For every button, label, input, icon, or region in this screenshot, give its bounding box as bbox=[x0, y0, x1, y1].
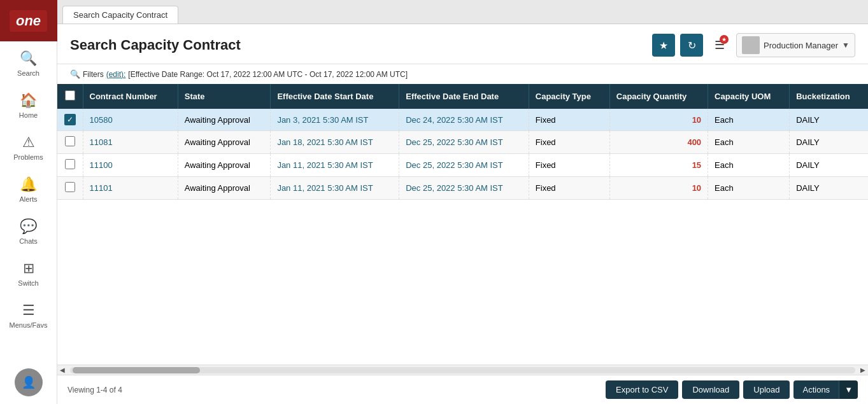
scroll-track[interactable] bbox=[70, 367, 855, 373]
sidebar-item-search[interactable]: 🔍 Search bbox=[0, 41, 57, 83]
contract-number-link[interactable]: 11100 bbox=[90, 160, 113, 170]
cell-capacity-type: Fixed bbox=[529, 177, 609, 200]
footer: Viewing 1-4 of 4 Export to CSV Download … bbox=[57, 375, 868, 404]
table-row: ✓10580Awaiting ApprovalJan 3, 2021 5:30 … bbox=[57, 109, 868, 131]
contract-number-link[interactable]: 11101 bbox=[90, 183, 113, 193]
cell-effective-end: Dec 24, 2022 5:30 AM IST bbox=[399, 109, 529, 131]
sidebar-item-label: Search bbox=[17, 69, 39, 77]
menu-icon: ☰ bbox=[22, 302, 35, 319]
star-icon: ★ bbox=[659, 39, 668, 52]
table-row: 11100Awaiting ApprovalJan 11, 2021 5:30 … bbox=[57, 154, 868, 177]
cell-capacity-qty: 400 bbox=[609, 131, 708, 154]
footer-actions: Export to CSV Download Upload Actions ▼ bbox=[606, 380, 858, 399]
table-container[interactable]: Contract Number State Effective Date Sta… bbox=[57, 84, 868, 365]
row-checkbox[interactable] bbox=[65, 159, 75, 169]
cell-state: Awaiting Approval bbox=[178, 177, 271, 200]
cell-capacity-uom: Each bbox=[708, 131, 790, 154]
sidebar-item-switch[interactable]: ⊞ Switch bbox=[0, 251, 57, 293]
cell-effective-start: Jan 11, 2021 5:30 AM IST bbox=[271, 177, 399, 200]
sidebar-bottom: 👤 bbox=[0, 368, 57, 404]
actions-button[interactable]: Actions bbox=[793, 380, 839, 399]
header-state[interactable]: State bbox=[178, 84, 271, 109]
capacity-contract-table: Contract Number State Effective Date Sta… bbox=[57, 84, 868, 200]
favorite-button[interactable]: ★ bbox=[652, 34, 675, 57]
cell-bucketization: DAILY bbox=[790, 109, 868, 131]
filter-edit-link[interactable]: (edit): bbox=[106, 70, 126, 79]
cell-capacity-qty: 15 bbox=[609, 154, 708, 177]
scroll-thumb[interactable] bbox=[73, 367, 200, 373]
home-icon: 🏠 bbox=[20, 92, 37, 109]
cell-contract-number[interactable]: 11100 bbox=[83, 154, 178, 177]
header-capacity-uom[interactable]: Capacity UOM bbox=[708, 84, 790, 109]
scroll-left-arrow[interactable]: ◀ bbox=[57, 366, 68, 373]
chat-icon: 💬 bbox=[20, 218, 37, 235]
header-bucketization[interactable]: Bucketization bbox=[790, 84, 868, 109]
download-button[interactable]: Download bbox=[682, 380, 739, 399]
table-row: 11101Awaiting ApprovalJan 11, 2021 5:30 … bbox=[57, 177, 868, 200]
search-icon: 🔍 bbox=[20, 50, 37, 67]
sidebar: one 🔍 Search 🏠 Home ⚠ Problems 🔔 Alerts … bbox=[0, 0, 57, 404]
user-avatar[interactable]: 👤 bbox=[15, 368, 43, 396]
content-area: Search Capacity Contract ★ ↻ ☰ ★ Product… bbox=[57, 24, 868, 404]
cell-effective-start: Jan 3, 2021 5:30 AM IST bbox=[271, 109, 399, 131]
refresh-icon: ↻ bbox=[688, 39, 696, 52]
sidebar-item-menus[interactable]: ☰ Menus/Favs bbox=[0, 293, 57, 335]
sidebar-item-problems[interactable]: ⚠ Problems bbox=[0, 125, 57, 167]
cell-capacity-uom: Each bbox=[708, 109, 790, 131]
row-checkbox-checked[interactable]: ✓ bbox=[64, 114, 76, 125]
notification-button[interactable]: ☰ ★ bbox=[708, 34, 731, 57]
cell-capacity-uom: Each bbox=[708, 154, 790, 177]
tab-bar: Search Capacity Contract bbox=[57, 0, 868, 24]
cell-contract-number[interactable]: 10580 bbox=[83, 109, 178, 131]
cell-contract-number[interactable]: 11081 bbox=[83, 131, 178, 154]
header-effective-start[interactable]: Effective Date Start Date bbox=[271, 84, 399, 109]
table-body: ✓10580Awaiting ApprovalJan 3, 2021 5:30 … bbox=[57, 109, 868, 200]
app-logo[interactable]: one bbox=[0, 0, 57, 41]
header-checkbox[interactable] bbox=[57, 84, 83, 109]
sidebar-item-chats[interactable]: 💬 Chats bbox=[0, 209, 57, 251]
export-csv-button[interactable]: Export to CSV bbox=[606, 380, 678, 399]
table-header-row: Contract Number State Effective Date Sta… bbox=[57, 84, 868, 109]
cell-effective-end: Dec 25, 2022 5:30 AM IST bbox=[399, 154, 529, 177]
chevron-down-icon: ▼ bbox=[842, 41, 850, 50]
user-dropdown[interactable]: Production Manager ▼ bbox=[736, 33, 855, 57]
actions-dropdown-arrow[interactable]: ▼ bbox=[839, 380, 858, 399]
page-title: Search Capacity Contract bbox=[70, 37, 652, 53]
sidebar-item-alerts[interactable]: 🔔 Alerts bbox=[0, 167, 57, 209]
viewing-text: Viewing 1-4 of 4 bbox=[68, 386, 122, 394]
row-checkbox-cell[interactable]: ✓ bbox=[57, 109, 83, 131]
upload-button[interactable]: Upload bbox=[743, 380, 790, 399]
chevron-down-icon: ▼ bbox=[844, 385, 853, 394]
row-checkbox-cell[interactable] bbox=[57, 154, 83, 177]
cell-contract-number[interactable]: 11101 bbox=[83, 177, 178, 200]
cell-effective-start: Jan 18, 2021 5:30 AM IST bbox=[271, 131, 399, 154]
notification-badge: ★ bbox=[720, 35, 729, 44]
header-capacity-qty[interactable]: Capacity Quantity bbox=[609, 84, 708, 109]
filter-bar: 🔍 Filters (edit): [Effective Date Range:… bbox=[57, 64, 868, 84]
contract-number-link[interactable]: 10580 bbox=[90, 115, 113, 125]
cell-effective-end: Dec 25, 2022 5:30 AM IST bbox=[399, 131, 529, 154]
header-effective-end[interactable]: Effective Date End Date bbox=[399, 84, 529, 109]
user-avatar-small bbox=[742, 36, 760, 54]
tab-search-capacity-contract[interactable]: Search Capacity Contract bbox=[62, 6, 178, 24]
contract-number-link[interactable]: 11081 bbox=[90, 137, 113, 147]
filter-text: [Effective Date Range: Oct 17, 2022 12:0… bbox=[128, 70, 408, 79]
select-all-checkbox[interactable] bbox=[65, 90, 75, 101]
page-header: Search Capacity Contract ★ ↻ ☰ ★ Product… bbox=[57, 24, 868, 64]
horizontal-scrollbar[interactable]: ◀ ▶ bbox=[57, 365, 868, 375]
refresh-button[interactable]: ↻ bbox=[680, 34, 703, 57]
row-checkbox-cell[interactable] bbox=[57, 131, 83, 154]
cell-capacity-type: Fixed bbox=[529, 131, 609, 154]
header-capacity-type[interactable]: Capacity Type bbox=[529, 84, 609, 109]
sidebar-item-label: Switch bbox=[18, 279, 38, 287]
scroll-right-arrow[interactable]: ▶ bbox=[858, 366, 868, 373]
sidebar-item-home[interactable]: 🏠 Home bbox=[0, 83, 57, 125]
header-contract-number[interactable]: Contract Number bbox=[83, 84, 178, 109]
sidebar-item-label: Home bbox=[19, 111, 38, 119]
cell-effective-end: Dec 25, 2022 5:30 AM IST bbox=[399, 177, 529, 200]
row-checkbox[interactable] bbox=[65, 182, 75, 192]
row-checkbox-cell[interactable] bbox=[57, 177, 83, 200]
table-row: 11081Awaiting ApprovalJan 18, 2021 5:30 … bbox=[57, 131, 868, 154]
cell-state: Awaiting Approval bbox=[178, 131, 271, 154]
row-checkbox[interactable] bbox=[65, 136, 75, 146]
